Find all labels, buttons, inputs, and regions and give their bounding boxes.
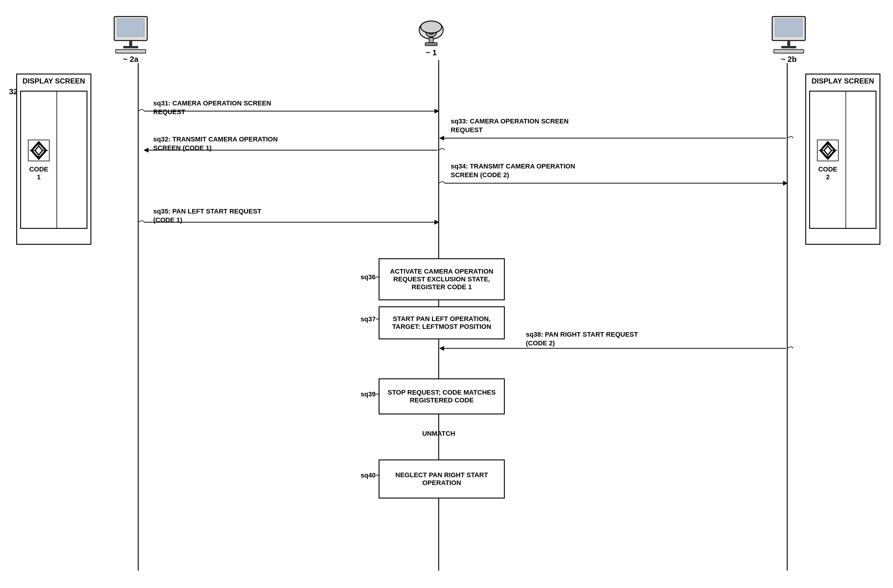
sq36-sq-label: sq36~ xyxy=(361,273,379,281)
sq34-label: sq34: TRANSMIT CAMERA OPERATIONSCREEN (C… xyxy=(451,162,575,179)
diagram: 32 DISPLAY SCREEN xyxy=(0,0,893,588)
sq38-arrowhead xyxy=(439,346,444,351)
sq32-curve xyxy=(439,148,445,150)
sq35-label: sq35: PAN LEFT START REQUEST(CODE 1) xyxy=(153,207,262,224)
sq39-sq-label: sq39~ xyxy=(361,390,379,398)
sq37-sq-label: sq37~ xyxy=(361,315,379,323)
sq40-sq-label: sq40~ xyxy=(361,471,379,479)
sq39-box: STOP REQUEST; CODE MATCHES REGISTERED CO… xyxy=(379,378,505,414)
sq34-curve xyxy=(439,182,445,183)
sq31-curve xyxy=(138,110,144,111)
sq38-label: sq38: PAN RIGHT START REQUEST(CODE 2) xyxy=(526,330,638,348)
sq33-label: sq33: CAMERA OPERATION SCREENREQUEST xyxy=(451,117,568,134)
sq32-label: sq32: TRANSMIT CAMERA OPERATIONSCREEN (C… xyxy=(153,135,278,152)
unmatch-label: UNMATCH xyxy=(422,429,455,438)
sq37-box: START PAN LEFT OPERATION, TARGET: LEFTMO… xyxy=(379,306,505,339)
sq31-label: sq31: CAMERA OPERATION SCREENREQUEST xyxy=(153,99,271,116)
sq33-arrowhead xyxy=(439,136,444,141)
sq36-box: ACTIVATE CAMERA OPERATION REQUEST EXCLUS… xyxy=(379,258,505,300)
sq35-curve xyxy=(138,221,144,222)
sq33-curve xyxy=(787,136,793,138)
sq32-arrowhead xyxy=(144,148,149,153)
sq40-box: NEGLECT PAN RIGHT START OPERATION xyxy=(379,459,505,498)
sq38-curve xyxy=(787,347,793,348)
